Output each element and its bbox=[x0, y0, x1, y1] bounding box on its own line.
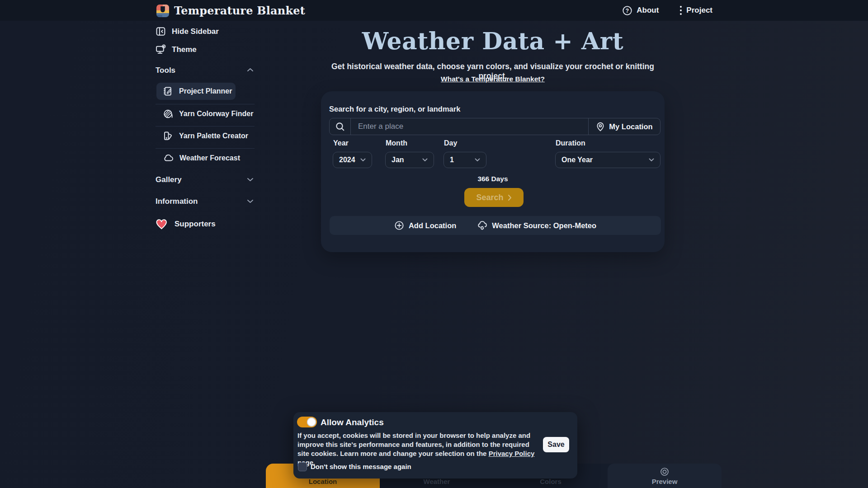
day-label: Day bbox=[444, 139, 457, 147]
notebook-pencil-icon bbox=[163, 86, 173, 96]
month-select[interactable]: Jan bbox=[385, 152, 434, 168]
chevron-down-icon[interactable] bbox=[247, 199, 254, 203]
app-logo-icon bbox=[156, 5, 169, 17]
cloud-icon bbox=[163, 153, 174, 163]
sidebar-item-weather-forecast[interactable]: Weather Forecast bbox=[156, 150, 240, 166]
svg-text:?: ? bbox=[626, 8, 629, 14]
page-title: Weather Data + Art bbox=[321, 27, 665, 55]
search-icon bbox=[335, 122, 345, 131]
theme-monitor-icon bbox=[156, 44, 166, 55]
search-button[interactable]: Search bbox=[464, 188, 524, 207]
sidebar-item-yarn-colorway-finder[interactable]: Yarn Colorway Finder bbox=[156, 105, 253, 122]
about-button[interactable]: ? About bbox=[622, 5, 659, 16]
cloud-gear-icon bbox=[477, 221, 487, 231]
gallery-section-header[interactable]: Gallery bbox=[156, 175, 182, 184]
sidebar-item-yarn-palette-creator[interactable]: Yarn Palette Creator bbox=[156, 127, 248, 144]
cookie-banner-body: If you accept, cookies will be stored in… bbox=[297, 431, 538, 467]
cookie-banner-title: Allow Analytics bbox=[321, 418, 384, 427]
year-label: Year bbox=[333, 139, 349, 147]
duration-select[interactable]: One Year bbox=[555, 152, 660, 168]
brand[interactable]: Temperature Blanket bbox=[156, 4, 305, 17]
add-location-button[interactable]: Add Location bbox=[394, 221, 456, 230]
tools-section-header[interactable]: Tools bbox=[156, 66, 175, 75]
information-section-header[interactable]: Information bbox=[156, 197, 198, 206]
chevron-down-icon bbox=[360, 158, 366, 162]
year-select[interactable]: 2024 bbox=[333, 152, 372, 168]
cookie-banner: Allow Analytics If you accept, cookies w… bbox=[293, 412, 577, 479]
topbar: Temperature Blanket ? About bbox=[0, 0, 868, 21]
my-location-button[interactable]: My Location bbox=[588, 118, 660, 135]
sidebar-divider bbox=[156, 126, 255, 127]
help-badge-icon: ? bbox=[622, 5, 632, 16]
swatch-cards-icon bbox=[163, 131, 173, 141]
sidebar-divider bbox=[156, 104, 255, 104]
plus-circle-icon bbox=[394, 221, 404, 230]
chevron-up-icon[interactable] bbox=[247, 68, 254, 72]
allow-analytics-toggle[interactable] bbox=[297, 417, 317, 427]
brand-name: Temperature Blanket bbox=[174, 4, 305, 17]
chevron-down-icon[interactable] bbox=[247, 178, 254, 182]
yarn-ball-icon bbox=[163, 109, 173, 119]
panel-collapse-icon bbox=[156, 26, 166, 37]
project-menu-button[interactable]: Project bbox=[679, 5, 712, 16]
toggle-knob bbox=[307, 418, 316, 427]
chevron-down-icon bbox=[649, 158, 654, 162]
sidebar: Hide Sidebar Theme Tools bbox=[156, 21, 255, 292]
card-footer-bar: Add Location Weather Source: Open-Meteo bbox=[330, 216, 661, 235]
month-label: Month bbox=[386, 139, 407, 147]
search-icon-button[interactable] bbox=[330, 118, 351, 135]
days-count: 366 Days bbox=[321, 175, 665, 183]
chevron-down-icon bbox=[422, 158, 428, 162]
top-navigation: ? About Project bbox=[622, 0, 712, 21]
heart-icon bbox=[156, 218, 168, 230]
chevron-right-icon bbox=[508, 194, 512, 201]
theme-button[interactable]: Theme bbox=[156, 44, 197, 55]
whats-a-temperature-blanket-link: What's a Temperature Blanket? bbox=[321, 75, 665, 83]
sidebar-item-project-planner[interactable]: Project Planner bbox=[156, 83, 236, 100]
save-button[interactable]: Save bbox=[543, 437, 569, 452]
tab-preview[interactable]: Preview bbox=[608, 464, 722, 488]
dont-show-again-checkbox[interactable] bbox=[298, 462, 307, 471]
dont-show-again-label: Don't show this message again bbox=[311, 463, 411, 470]
search-card: Search for a city, region, or landmark bbox=[321, 91, 665, 252]
duration-label: Duration bbox=[556, 139, 585, 147]
privacy-policy-link[interactable]: Privacy Policy bbox=[489, 450, 535, 457]
kebab-menu-icon bbox=[679, 5, 682, 16]
preview-target-icon bbox=[660, 467, 670, 477]
day-select[interactable]: 1 bbox=[443, 152, 486, 168]
place-search-row: My Location bbox=[329, 118, 660, 135]
app-root: Temperature Blanket ? About bbox=[0, 0, 868, 488]
sidebar-divider bbox=[156, 148, 255, 149]
sidebar-item-supporters[interactable]: Supporters bbox=[156, 218, 216, 230]
map-pin-icon bbox=[596, 122, 605, 131]
chevron-down-icon bbox=[475, 158, 480, 162]
search-card-label: Search for a city, region, or landmark bbox=[329, 105, 460, 113]
weather-source-button[interactable]: Weather Source: Open-Meteo bbox=[477, 221, 596, 231]
place-search-input[interactable] bbox=[351, 118, 588, 135]
hide-sidebar-button[interactable]: Hide Sidebar bbox=[156, 26, 219, 37]
